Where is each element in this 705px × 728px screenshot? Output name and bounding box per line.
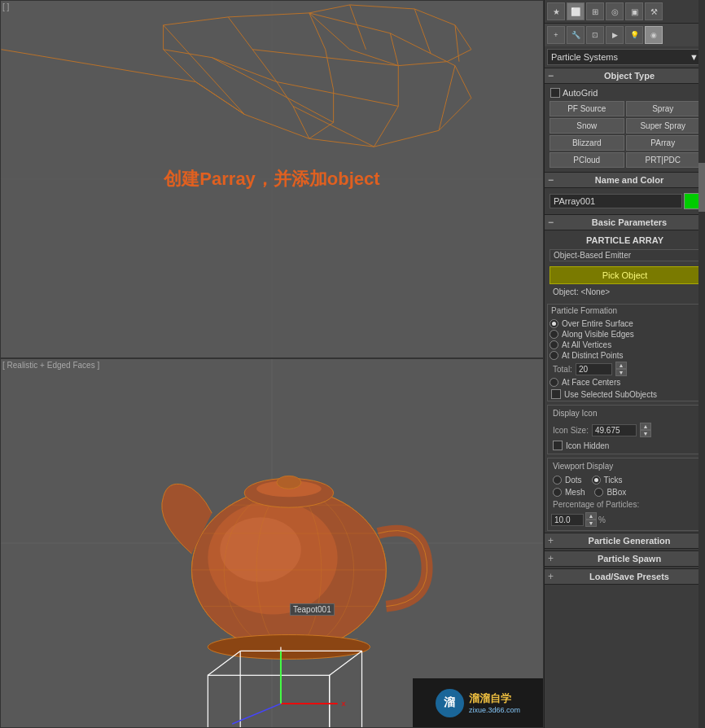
- autogrid-check-box[interactable]: [550, 88, 560, 98]
- radio-over-entire-surface[interactable]: Over Entire Surface: [548, 318, 702, 329]
- icon-size-row: Icon Size: ▲ ▼: [550, 421, 700, 439]
- spin-icon-down[interactable]: ▼: [640, 430, 651, 437]
- icon-tools[interactable]: ⚒: [645, 2, 663, 20]
- viewport-display-title: Viewport Display: [550, 460, 700, 472]
- tab-modify[interactable]: 🔧: [567, 26, 585, 44]
- object-value-label: Object: <None>: [550, 286, 700, 298]
- radio-at-distinct-points[interactable]: At Distinct Points: [548, 350, 702, 361]
- pct-spinner[interactable]: ▲ ▼: [585, 512, 597, 527]
- name-color-content: [545, 188, 705, 214]
- viewport-top-label: [ ]: [2, 2, 9, 11]
- collapse-basic-params[interactable]: −: [548, 217, 554, 228]
- object-type-header[interactable]: − Object Type: [545, 68, 705, 84]
- top-toolbar: ★ ⬜ ⊞ ◎ ▣ ⚒: [545, 0, 705, 24]
- collapse-object-type[interactable]: −: [548, 70, 554, 81]
- radio-mesh-circle[interactable]: [553, 488, 562, 497]
- tab-hierarchy[interactable]: ⊡: [586, 26, 604, 44]
- radio-ticks[interactable]: Ticks: [590, 475, 624, 485]
- icon-grid[interactable]: ⊞: [586, 2, 604, 20]
- spin-up[interactable]: ▲: [615, 362, 627, 369]
- particle-array-title: PARTICLE ARRAY: [547, 233, 703, 248]
- radio-at-distinct-points-label: At Distinct Points: [562, 351, 624, 360]
- load-save-section[interactable]: + Load/Save Presets: [545, 568, 705, 585]
- spin-pct-down[interactable]: ▼: [585, 520, 597, 527]
- scrollbar-thumb[interactable]: [698, 163, 705, 212]
- radio-over-entire-surface-label: Over Entire Surface: [562, 319, 633, 328]
- svg-point-28: [277, 476, 301, 489]
- radio-along-visible-edges-circle[interactable]: [550, 330, 558, 339]
- svg-point-29: [208, 635, 370, 660]
- icon-circle[interactable]: ◎: [606, 2, 624, 20]
- total-row: Total: ▲ ▼: [548, 361, 702, 377]
- viewport-display-row2: Mesh BBox: [550, 486, 700, 498]
- radio-bbox[interactable]: BBox: [593, 487, 628, 498]
- btn-blizzard[interactable]: Blizzard: [550, 135, 624, 151]
- radio-at-all-vertices[interactable]: At All Vertices: [548, 340, 702, 350]
- use-selected-row[interactable]: Use Selected SubObjects: [548, 388, 702, 401]
- use-selected-checkbox[interactable]: [551, 389, 561, 399]
- spin-down[interactable]: ▼: [615, 369, 627, 376]
- radio-at-distinct-points-circle[interactable]: [550, 351, 558, 360]
- btn-pcloud[interactable]: PCloud: [550, 152, 624, 168]
- radio-ticks-circle[interactable]: [592, 476, 601, 485]
- object-type-buttons: PF Source Spray Snow Super Spray Blizzar…: [547, 99, 703, 169]
- radio-at-face-centers[interactable]: At Face Centers: [548, 377, 702, 388]
- icon-size-spinner[interactable]: ▲ ▼: [640, 423, 651, 437]
- percentage-row: ▲ ▼ %: [550, 511, 700, 528]
- percentage-label: Percentage of Particles:: [550, 498, 700, 511]
- expand-icon[interactable]: +: [548, 535, 554, 546]
- icon-size-input[interactable]: [592, 424, 637, 436]
- color-swatch[interactable]: [684, 193, 700, 209]
- btn-snow[interactable]: Snow: [550, 118, 624, 134]
- name-input-field[interactable]: [550, 194, 682, 208]
- tab-display[interactable]: 💡: [625, 26, 643, 44]
- btn-prt-pdc[interactable]: PRT|PDC: [626, 152, 701, 168]
- particle-spawn-section[interactable]: + Particle Spawn: [545, 550, 705, 567]
- btn-parray[interactable]: PArray: [626, 135, 701, 151]
- radio-dots-circle[interactable]: [553, 476, 562, 485]
- radio-along-visible-edges[interactable]: Along Visible Edges: [548, 329, 702, 340]
- viewport-bottom-label: [ Realistic + Edged Faces ]: [2, 361, 99, 370]
- icon-box[interactable]: ⬜: [567, 2, 585, 20]
- icon-hidden-checkbox[interactable]: [553, 441, 563, 450]
- btn-pf-source[interactable]: PF Source: [550, 101, 624, 116]
- display-icon-title: Display Icon: [550, 407, 700, 419]
- btn-spray[interactable]: Spray: [626, 101, 701, 116]
- total-input[interactable]: [576, 363, 612, 375]
- radio-at-all-vertices-circle[interactable]: [550, 340, 558, 349]
- radio-bbox-circle[interactable]: [594, 488, 603, 497]
- radio-mesh[interactable]: Mesh: [551, 487, 586, 498]
- object-type-content: AutoGrid PF Source Spray Snow Super Spra…: [545, 84, 705, 172]
- autogrid-checkbox[interactable]: AutoGrid: [550, 88, 598, 98]
- icon-hidden-row[interactable]: Icon Hidden: [550, 439, 700, 452]
- icon-star[interactable]: ★: [547, 2, 565, 20]
- particle-generation-section[interactable]: + Particle Generation: [545, 533, 705, 549]
- svg-text:x: x: [342, 699, 346, 708]
- radio-dots[interactable]: Dots: [551, 475, 584, 485]
- basic-params-header[interactable]: − Basic Parameters: [545, 214, 705, 230]
- teapot-label: Teapot001: [290, 603, 335, 616]
- radio-at-face-centers-circle[interactable]: [550, 378, 558, 387]
- btn-super-spray[interactable]: Super Spray: [626, 118, 701, 134]
- collapse-name-color[interactable]: −: [548, 174, 554, 186]
- watermark-logo: 溜: [436, 689, 464, 717]
- name-color-header[interactable]: − Name and Color: [545, 172, 705, 188]
- pick-object-btn[interactable]: Pick Object: [550, 266, 700, 284]
- emitter-label: Object-Based Emitter: [550, 249, 700, 261]
- particle-systems-dropdown[interactable]: Particle Systems ▼: [547, 49, 703, 65]
- right-scrollbar[interactable]: [698, 0, 705, 728]
- tab-create[interactable]: +: [547, 26, 565, 44]
- spin-icon-up[interactable]: ▲: [640, 423, 651, 430]
- particle-formation-title: Particle Formation: [548, 305, 702, 317]
- total-label: Total:: [553, 365, 572, 374]
- viewport-top-text: 创建Parray，并添加object: [164, 167, 379, 191]
- tab-motion[interactable]: ▶: [606, 26, 624, 44]
- percentage-input[interactable]: [551, 514, 584, 526]
- radio-over-entire-surface-circle[interactable]: [550, 319, 558, 328]
- use-selected-label: Use Selected SubObjects: [564, 390, 657, 399]
- watermark-title: 溜溜自学: [469, 691, 520, 706]
- tab-utilities[interactable]: ◉: [645, 26, 663, 44]
- total-spinner[interactable]: ▲ ▼: [615, 362, 627, 376]
- icon-layers[interactable]: ▣: [625, 2, 643, 20]
- spin-pct-up[interactable]: ▲: [585, 512, 597, 520]
